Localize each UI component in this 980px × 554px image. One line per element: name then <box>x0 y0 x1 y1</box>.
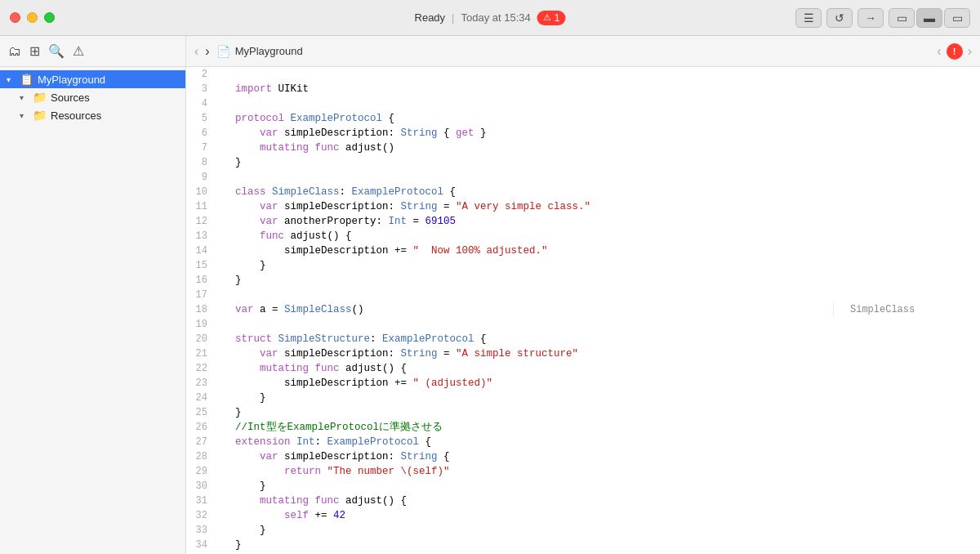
line-result-18: SimpleClass <box>833 302 980 317</box>
table-row: 12 var anotherProperty: Int = 69105 <box>186 214 980 229</box>
second-toolbar: 🗂 ⊞ 🔍 ⚠ ‹ › 📄 MyPlayground ‹ ! › <box>0 36 980 67</box>
file-name: MyPlayground <box>235 45 303 57</box>
lines-icon: ☰ <box>804 11 814 25</box>
table-row: 11 var simpleDescription: String = "A ve… <box>186 199 980 214</box>
editor-toolbar-right: ‹ ! › <box>937 43 972 60</box>
layout-triple-icon: ▭ <box>952 11 963 25</box>
title-bar: Ready | Today at 15:34 ⚠ 1 ☰ ↺ → ▭ ▬ ▭ <box>0 0 980 36</box>
layout-single-icon: ▭ <box>897 11 907 25</box>
sidebar-label-sources: Sources <box>51 92 90 104</box>
layout-buttons: ▭ ▬ ▭ <box>889 8 970 28</box>
table-row: 10 class SimpleClass: ExampleProtocol { <box>186 185 980 199</box>
table-row: 25 } <box>186 405 980 420</box>
tree-arrow-resources: ▾ <box>20 111 33 120</box>
table-row: 18 var a = SimpleClass() SimpleClass <box>186 302 980 317</box>
main-content: ▾ 📋 MyPlayground ▾ 📁 Sources ▾ 📁 Resourc… <box>0 67 980 554</box>
table-row: 4 <box>186 96 980 111</box>
table-row: 32 self += 42 <box>186 508 980 523</box>
sources-folder-icon: 📁 <box>33 91 47 104</box>
table-row: 27 extension Int: ExampleProtocol { <box>186 435 980 449</box>
maximize-button[interactable] <box>44 12 55 23</box>
sidebar: ▾ 📋 MyPlayground ▾ 📁 Sources ▾ 📁 Resourc… <box>0 67 186 554</box>
toolbar-forward-icon[interactable]: › <box>968 44 972 59</box>
table-row: 13 func adjust() { <box>186 229 980 243</box>
nav-back-button[interactable]: ‹ <box>194 44 198 59</box>
table-row: 33 } <box>186 523 980 538</box>
sidebar-label-resources: Resources <box>51 109 101 122</box>
table-row: 29 return "The number \(self)" <box>186 464 980 479</box>
table-row: 28 var simpleDescription: String { <box>186 449 980 464</box>
table-row: 19 <box>186 317 980 332</box>
minimize-button[interactable] <box>27 12 38 23</box>
table-row: 14 simpleDescription += " Now 100% adjus… <box>186 243 980 258</box>
nav-forward-button[interactable]: › <box>205 44 209 59</box>
sidebar-item-myplayground[interactable]: ▾ 📋 MyPlayground <box>0 70 185 88</box>
sidebar-label-myplayground: MyPlayground <box>38 74 105 86</box>
hierarchy-icon[interactable]: ⊞ <box>29 43 40 59</box>
table-row: 2 <box>186 67 980 82</box>
tree-arrow-myplayground: ▾ <box>7 75 20 84</box>
table-row: 21 var simpleDescription: String = "A si… <box>186 346 980 361</box>
lines-view-button[interactable]: ☰ <box>795 8 822 28</box>
layout-split-icon: ▬ <box>924 11 935 25</box>
table-row: 3 import UIKit <box>186 82 980 96</box>
table-row: 23 simpleDescription += " (adjusted)" <box>186 376 980 391</box>
table-row: 15 } <box>186 258 980 273</box>
refresh-icon: ↺ <box>835 11 844 25</box>
table-row: 5 protocol ExampleProtocol { <box>186 111 980 126</box>
toolbar-back-icon[interactable]: ‹ <box>937 44 941 59</box>
table-row: 7 mutating func adjust() <box>186 141 980 155</box>
table-row: 30 } <box>186 479 980 494</box>
layout-triple-button[interactable]: ▭ <box>944 8 970 28</box>
sidebar-item-resources[interactable]: ▾ 📁 Resources <box>0 106 185 124</box>
error-count: 1 <box>555 12 560 24</box>
folder-icon[interactable]: 🗂 <box>8 44 21 59</box>
error-indicator[interactable]: ! <box>947 43 963 60</box>
error-badge[interactable]: ⚠ 1 <box>537 11 566 25</box>
layout-split-button[interactable]: ▬ <box>916 8 942 28</box>
table-row: 34 } <box>186 538 980 552</box>
traffic-lights <box>10 12 55 23</box>
error-indicator-icon: ! <box>953 47 956 56</box>
sidebar-item-sources[interactable]: ▾ 📁 Sources <box>0 88 185 106</box>
search-icon[interactable]: 🔍 <box>48 43 65 59</box>
table-row: 16 } <box>186 273 980 288</box>
status-time: Today at 15:34 <box>461 11 530 24</box>
playground-file-icon: 📋 <box>20 73 33 86</box>
table-row: 20 struct SimpleStructure: ExampleProtoc… <box>186 332 980 346</box>
table-row: 9 <box>186 170 980 185</box>
table-row: 24 } <box>186 391 980 405</box>
table-row: 8 } <box>186 155 980 170</box>
warning-icon[interactable]: ⚠ <box>73 43 84 59</box>
table-row: 26 //Int型をExampleProtocolに準拠させる <box>186 420 980 435</box>
editor-area[interactable]: 2 3 import UIKit 4 5 protocol ExamplePro… <box>186 67 980 554</box>
toolbar-right: ☰ ↺ → ▭ ▬ ▭ <box>795 8 970 28</box>
status-text: Ready <box>415 11 446 24</box>
table-row: 31 mutating func adjust() { <box>186 494 980 508</box>
file-tab: 📄 MyPlayground <box>216 45 303 58</box>
close-button[interactable] <box>10 12 20 23</box>
title-center: Ready | Today at 15:34 ⚠ 1 <box>415 11 566 25</box>
editor-toolbar: ‹ › 📄 MyPlayground ‹ ! › <box>186 43 980 60</box>
forward-icon: → <box>865 11 876 25</box>
refresh-button[interactable]: ↺ <box>826 8 853 28</box>
resources-folder-icon: 📁 <box>33 109 47 122</box>
layout-single-button[interactable]: ▭ <box>889 8 915 28</box>
forward-button[interactable]: → <box>858 8 884 28</box>
playground-icon: 📄 <box>216 45 230 58</box>
tree-arrow-sources: ▾ <box>20 93 33 102</box>
code-editor[interactable]: 2 3 import UIKit 4 5 protocol ExamplePro… <box>186 67 980 554</box>
table-row: 6 var simpleDescription: String { get } <box>186 126 980 141</box>
sidebar-toolbar: 🗂 ⊞ 🔍 ⚠ <box>0 36 186 66</box>
error-icon: ⚠ <box>543 12 551 23</box>
table-row: 22 mutating func adjust() { <box>186 361 980 376</box>
table-row: 17 <box>186 288 980 302</box>
